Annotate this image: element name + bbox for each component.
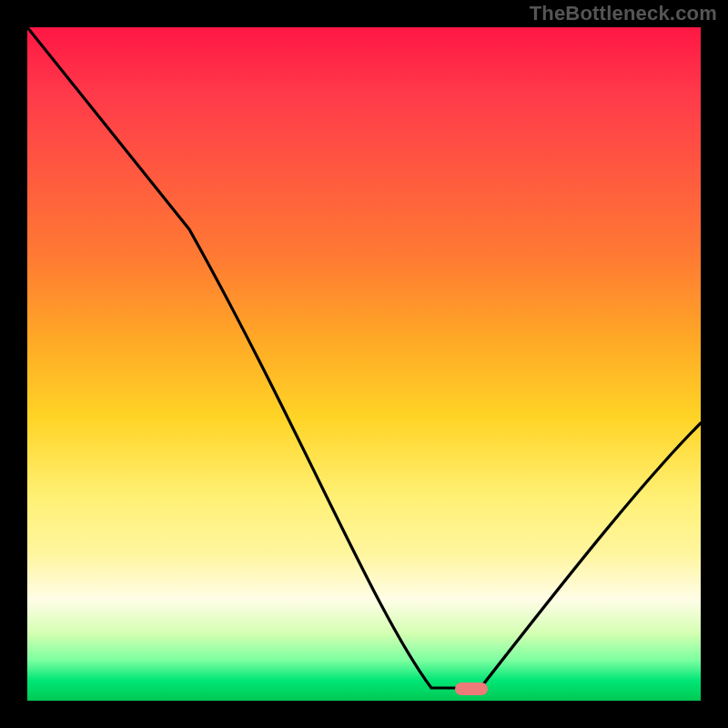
bottleneck-curve (27, 27, 701, 688)
plot-area (27, 27, 701, 701)
optimum-marker (455, 682, 488, 695)
watermark-text: TheBottleneck.com (530, 2, 717, 25)
curve-svg (27, 27, 701, 701)
chart-frame: TheBottleneck.com (0, 0, 728, 728)
